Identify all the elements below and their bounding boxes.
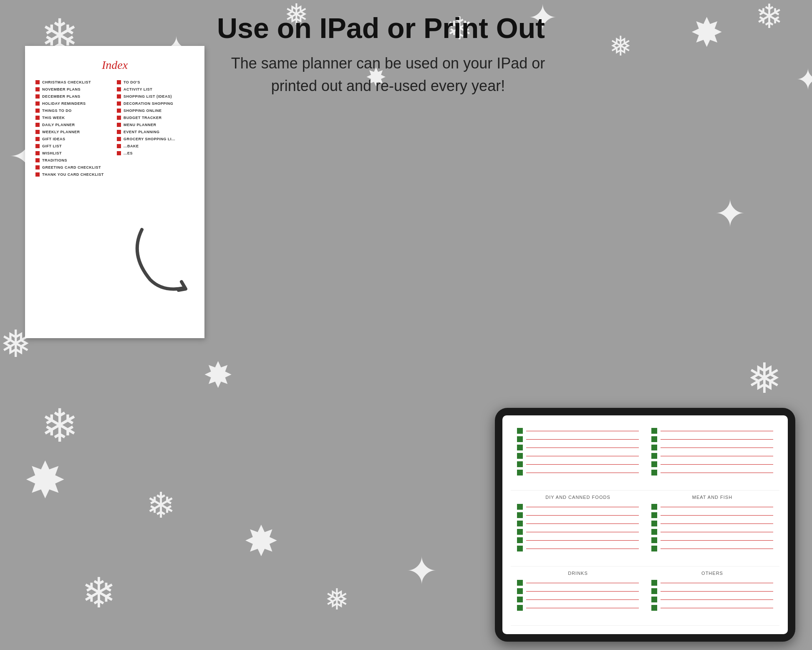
subtext: The same planner can be used on your IPa… [217, 52, 559, 97]
grocery-row [517, 453, 639, 459]
grocery-checkbox [517, 428, 523, 434]
grocery-checkbox [651, 461, 657, 467]
grocery-line [661, 456, 773, 456]
grocery-section: DRINKS [511, 567, 645, 626]
index-item-label: WEEKLY PLANNER [42, 130, 80, 134]
index-item: GIFT LIST [35, 144, 113, 148]
grocery-row [651, 428, 773, 434]
index-bullet [35, 137, 40, 141]
grocery-checkbox [651, 504, 657, 510]
snowflake-icon: ❅ [325, 585, 349, 614]
grocery-line [661, 599, 773, 600]
grocery-line [661, 464, 773, 465]
snowflake-icon: ✸ [244, 520, 279, 562]
index-bullet [35, 151, 40, 155]
index-columns: CHRISTMAS CHECKLIST NOVEMBER PLANS DECEM… [35, 80, 194, 180]
index-bullet [35, 80, 40, 84]
snowflake-icon: ✸ [24, 455, 66, 505]
index-bullet [117, 109, 121, 113]
grocery-checkbox [651, 445, 657, 450]
grocery-line [526, 515, 639, 516]
index-item: ACTIVITY LIST [117, 87, 194, 91]
index-bullet [117, 80, 121, 84]
index-bullet [35, 165, 40, 169]
grocery-row [517, 521, 639, 526]
grocery-row [517, 428, 639, 434]
grocery-checkbox [517, 504, 523, 510]
index-bullet [117, 101, 121, 106]
grocery-line [526, 524, 639, 524]
grocery-checkbox [651, 580, 657, 586]
grocery-checkbox [517, 546, 523, 551]
index-item-label: SHOPPING ONLINE [124, 109, 162, 113]
index-item-label: THINGS TO DO [42, 109, 72, 113]
index-bullet [117, 151, 121, 155]
grocery-row [651, 461, 773, 467]
grocery-line [526, 540, 639, 541]
index-item: SHOPPING ONLINE [117, 109, 194, 113]
grocery-checkbox [651, 512, 657, 518]
index-bullet [35, 158, 40, 162]
index-item-label: DECORATION SHOPPING [124, 101, 173, 106]
index-item: WEEKLY PLANNER [35, 130, 113, 134]
snowflake-icon: ❄ [81, 572, 116, 614]
section-title: DIY AND CANNED FOODS [517, 495, 639, 500]
grocery-line [526, 599, 639, 600]
grocery-checkbox [517, 453, 523, 459]
index-bullet [117, 94, 121, 99]
grocery-row [651, 588, 773, 594]
grocery-row [651, 445, 773, 450]
grocery-row [651, 546, 773, 551]
index-item: WISHLIST [35, 151, 113, 155]
index-bullet [35, 87, 40, 91]
index-item: DECORATION SHOPPING [117, 101, 194, 106]
index-bullet [35, 144, 40, 148]
grocery-row [651, 470, 773, 475]
index-bullet [35, 172, 40, 177]
index-item-label: DAILY PLANNER [42, 123, 75, 127]
grocery-section [645, 424, 779, 491]
grocery-line [661, 583, 773, 583]
grocery-line [661, 549, 773, 549]
grocery-row [517, 537, 639, 543]
grocery-line [661, 439, 773, 440]
index-item: SHOPPING LIST (IDEAS) [117, 94, 194, 99]
grocery-line [526, 507, 639, 507]
grocery-checkbox [517, 445, 523, 450]
index-item: BUDGET TRACKER [117, 116, 194, 120]
grocery-line [661, 431, 773, 431]
grocery-row [517, 436, 639, 442]
grocery-row [517, 529, 639, 535]
grocery-checkbox [651, 537, 657, 543]
index-bullet [35, 101, 40, 106]
index-item: DAILY PLANNER [35, 123, 113, 127]
grocery-line [526, 608, 639, 608]
grocery-checkbox [651, 546, 657, 551]
grocery-row [651, 436, 773, 442]
index-item: CHRISTMAS CHECKLIST [35, 80, 113, 84]
index-bullet [35, 109, 40, 113]
index-item: TO DO'S [117, 80, 194, 84]
grocery-checkbox [517, 436, 523, 442]
grocery-line [526, 448, 639, 448]
tablet-screen: DIY AND CANNED FOODS MEAT AND FISH [502, 415, 788, 634]
grocery-row [517, 470, 639, 475]
index-bullet [117, 87, 121, 91]
grocery-checkbox [517, 605, 523, 611]
index-bullet [35, 130, 40, 134]
index-title: Index [35, 58, 194, 72]
snowflake-icon: ❅ [609, 33, 632, 60]
grocery-line [661, 448, 773, 448]
snowflake-icon: ✦ [406, 552, 437, 590]
index-item: ...ES [117, 151, 194, 155]
section-title: MEAT AND FISH [651, 495, 773, 500]
index-item-label: ACTIVITY LIST [124, 87, 152, 91]
index-item-label: ...ES [124, 151, 133, 155]
grocery-line [661, 532, 773, 532]
index-item-label: GROCERY SHOPPING LI... [124, 137, 175, 141]
grocery-section: MEAT AND FISH [645, 491, 779, 567]
index-item: THINGS TO DO [35, 109, 113, 113]
index-item-label: BUDGET TRACKER [124, 116, 162, 120]
index-item-label: MENU PLANNER [124, 123, 156, 127]
index-item: THANK YOU CARD CHECKLIST [35, 172, 113, 177]
